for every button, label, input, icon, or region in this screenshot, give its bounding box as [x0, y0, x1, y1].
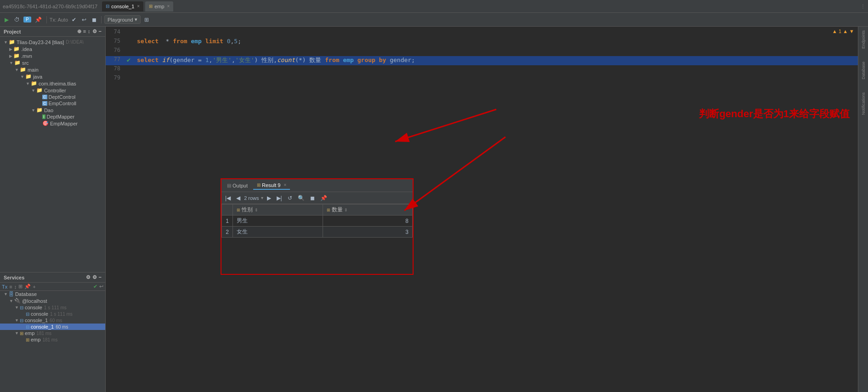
- result9-close[interactable]: ×: [284, 182, 286, 187]
- result-next[interactable]: ▶: [265, 194, 273, 202]
- services-database[interactable]: ▼ 🗄 Database: [0, 291, 105, 297]
- services-tool-3[interactable]: ⊞: [18, 284, 23, 290]
- code-editor[interactable]: 74 75 select * from emp limit 0,5; 76 77: [106, 27, 868, 392]
- src-icon: 📁: [14, 60, 21, 66]
- table-row-1: 1 男生 8: [222, 216, 413, 227]
- separator-1: [46, 16, 47, 23]
- console-child-timing: 1 s 111 ms: [50, 312, 73, 317]
- warning-indicator: ▲ 1 ▲ ▼: [832, 28, 854, 34]
- code-line-74: 74: [106, 28, 868, 38]
- services-icon-settings[interactable]: ⚙: [92, 274, 97, 280]
- tab-emp[interactable]: ⊞ emp ×: [145, 1, 173, 11]
- row-2-gender: 女生: [233, 227, 323, 238]
- services-icon-minimize[interactable]: −: [99, 274, 102, 280]
- tree-controller[interactable]: ▼ 📁 Controller: [0, 87, 105, 94]
- services-tool-5[interactable]: +: [33, 284, 35, 290]
- notifications-label[interactable]: Notifications: [861, 92, 866, 115]
- console-parent-label: console: [25, 305, 42, 310]
- services-emp-parent[interactable]: ▼ ⊞ emp 181 ms: [0, 330, 105, 336]
- tree-package[interactable]: ▼ 📁 com.itheima.tlias: [0, 80, 105, 87]
- line-num-77: 77: [106, 56, 124, 62]
- tree-main[interactable]: ▼ 📁 main: [0, 66, 105, 73]
- tree-idea[interactable]: ▶ 📁 .idea: [0, 45, 105, 52]
- file-path-label: ea45918c-7641-481d-a270-6b9c19d04f17: [3, 4, 97, 9]
- services-panel: Services ⚙ ⚙ − Tx ≡ ↕ ⊞ 📌 + ✔ ↩: [0, 272, 105, 392]
- tab-emp-close[interactable]: ×: [167, 4, 170, 9]
- tree-empcontroll[interactable]: C EmpControll: [0, 100, 105, 107]
- result-stop[interactable]: ◼: [308, 194, 317, 202]
- sidebar-icon-2[interactable]: ≡: [83, 28, 86, 34]
- tree-src[interactable]: ▼ 📁 src: [0, 59, 105, 66]
- table-icon: ⊞: [149, 4, 153, 9]
- rows-chevron[interactable]: ▾: [261, 195, 263, 200]
- services-console1-child[interactable]: ⊟ console_1 60 ms: [0, 324, 105, 330]
- services-emp-child[interactable]: ⊞ emp 181 ms: [0, 336, 105, 343]
- services-tool-1[interactable]: ≡: [9, 284, 12, 290]
- project-label: Project: [4, 29, 21, 34]
- tree-java[interactable]: ▼ 📁 java: [0, 73, 105, 80]
- sidebar-icon-3[interactable]: ↕: [88, 28, 91, 34]
- dao-label: Dao: [44, 108, 53, 113]
- idea-arrow: ▶: [9, 47, 12, 51]
- col-label-count: 数量: [332, 206, 343, 213]
- console1-child-icon: ⊟: [26, 324, 29, 330]
- tab-console-1[interactable]: ⊟ console_1 ×: [102, 1, 143, 11]
- tree-mvn[interactable]: ▶ 📁 .mvn: [0, 52, 105, 59]
- result-search[interactable]: 🔍: [296, 194, 306, 202]
- database-label[interactable]: Database: [861, 62, 866, 80]
- run-button[interactable]: ▶: [3, 16, 11, 24]
- warning-down[interactable]: ▼: [849, 28, 854, 34]
- right-panel: Endpoints Database Notifications: [858, 27, 868, 392]
- tree-dao[interactable]: ▼ 📁 Dao: [0, 107, 105, 114]
- services-console1-parent[interactable]: ▼ ⊟ console_1 60 ms: [0, 317, 105, 324]
- services-icon-gear[interactable]: ⚙: [86, 274, 91, 280]
- check-button[interactable]: ✔: [70, 16, 78, 24]
- services-undo[interactable]: ↩: [99, 284, 103, 290]
- controller-arrow: ▼: [31, 88, 35, 93]
- java-arrow: ▼: [20, 74, 24, 79]
- result-first[interactable]: |◀: [223, 194, 233, 202]
- services-console-child[interactable]: ⊟ console 1 s 111 ms: [0, 311, 105, 317]
- sidebar-icon-1[interactable]: ⊕: [77, 28, 81, 34]
- result-tab-result9[interactable]: ⊞ Result 9 ×: [253, 182, 290, 190]
- editor-area: 74 75 select * from emp limit 0,5; 76 77: [106, 27, 868, 392]
- result-prev[interactable]: ◀: [234, 194, 242, 202]
- p-button[interactable]: P: [23, 17, 31, 23]
- pin-button[interactable]: 📌: [33, 16, 44, 24]
- services-console-parent[interactable]: ▼ ⊟ console 1 s 111 ms: [0, 304, 105, 311]
- result-last[interactable]: ▶|: [275, 194, 284, 202]
- playground-dropdown[interactable]: Playground ▾: [104, 15, 141, 24]
- stop-button[interactable]: ◼: [90, 16, 98, 24]
- db-label: Database: [15, 291, 37, 297]
- sidebar-minimize[interactable]: −: [99, 28, 102, 34]
- tree-root[interactable]: ▼ 📁 Tlias-Day23-24 [tlias] D:\IDEA\: [0, 39, 105, 45]
- sidebar-settings[interactable]: ⚙: [92, 28, 97, 34]
- tab-console-1-close[interactable]: ×: [137, 4, 140, 9]
- idea-icon: 📁: [13, 46, 20, 52]
- main-layout: Project ⊕ ≡ ↕ ⚙ − ▼ 📁 Tlias-Day23-24 [tl…: [0, 27, 868, 392]
- result-pin[interactable]: 📌: [318, 194, 329, 202]
- row-2-num: 2: [222, 227, 233, 238]
- undo-button[interactable]: ↩: [80, 16, 88, 24]
- table-view-button[interactable]: ⊞: [142, 16, 151, 24]
- services-tool-4[interactable]: 📌: [24, 284, 31, 290]
- console1-icon: ⊟: [20, 318, 23, 323]
- tree-deptcontrol[interactable]: C DeptControl: [0, 94, 105, 100]
- gender-sort[interactable]: ⇕: [255, 208, 258, 212]
- output-icon: ▤: [227, 183, 231, 188]
- tree-empmapper[interactable]: 🎯 EmpMapper: [0, 120, 105, 127]
- services-header[interactable]: Services ⚙ ⚙ −: [0, 273, 105, 283]
- warning-up[interactable]: ▲: [843, 28, 848, 34]
- result-tab-output[interactable]: ▤ Output: [223, 182, 251, 189]
- console-parent-timing: 1 s 111 ms: [44, 305, 67, 310]
- endpoints-label[interactable]: Endpoints: [861, 30, 866, 49]
- result-refresh[interactable]: ↺: [286, 194, 294, 202]
- line-gutter-77: ✔: [124, 56, 133, 63]
- count-sort[interactable]: ⇕: [344, 208, 348, 212]
- tree-deptmapper[interactable]: I DeptMapper: [0, 114, 105, 120]
- localhost-icon: 🔌: [14, 298, 21, 304]
- console1-arrow: ▼: [15, 318, 19, 323]
- timer-button[interactable]: ⏱: [12, 16, 22, 24]
- services-tool-2[interactable]: ↕: [14, 284, 17, 290]
- services-localhost[interactable]: ▼ 🔌 @localhost: [0, 297, 105, 304]
